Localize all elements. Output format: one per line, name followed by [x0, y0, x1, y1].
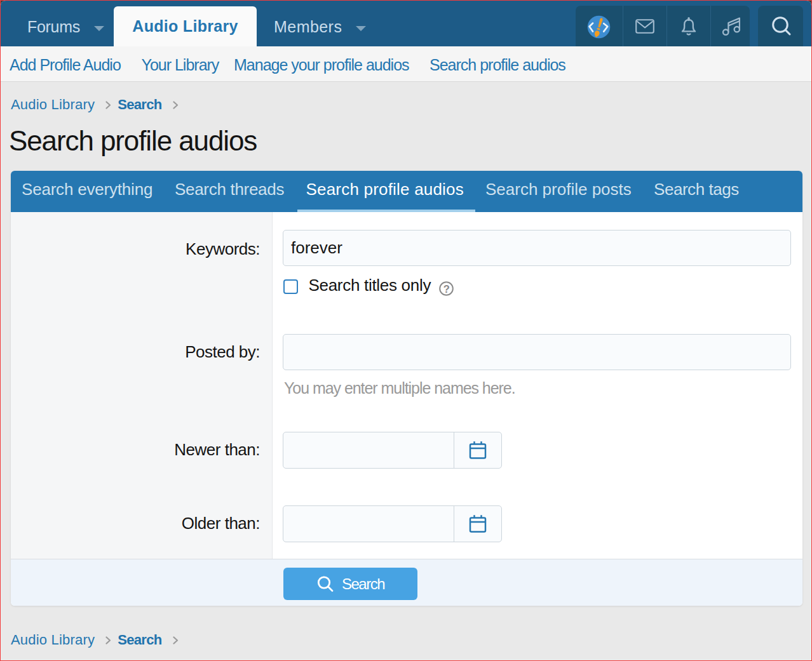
svg-text:?: ?: [443, 283, 450, 295]
